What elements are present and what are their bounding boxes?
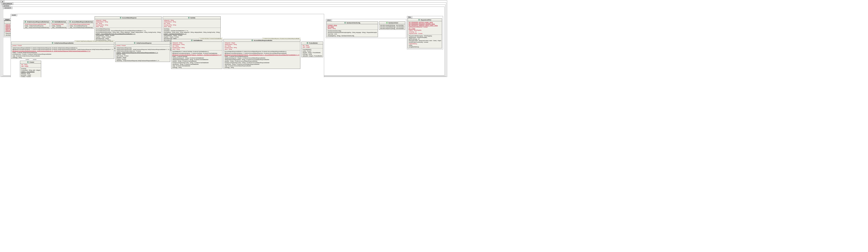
member-row: builder() : EanData.EanDataBuilder<?, ?>	[163, 33, 220, 35]
member-row: categoryName(categoryName : String) : B …	[224, 59, 300, 60]
class-ProductBuilder: CProductBuilder ean : String valid : Int…	[301, 41, 323, 57]
generic-note: C extends VerifyChecksumResponse, B exte…	[74, 40, 115, 42]
member-row: builder() : AccountStatusResponse.Accoun…	[95, 33, 161, 35]
member-row: getValid() : Integer	[116, 57, 169, 58]
class-title: AccountStatusResponseBuilderImpl	[72, 21, 93, 23]
member-row: self() : B extends EanDataBuilder	[172, 65, 221, 66]
member-row: self() : B extends VerifyChecksumRespons…	[12, 55, 113, 57]
class-title: EanSearchClientConfig	[347, 22, 360, 24]
member-row: toString() : String	[172, 66, 221, 68]
class-VerifyChecksumResponseBuilderImpl: CVerifyChecksumResponseBuilderImpl Verif…	[24, 20, 50, 29]
member-row: categoryName : String	[172, 44, 221, 45]
member-row: toString() : String	[302, 53, 322, 55]
member-row: issuingCountry : String	[224, 47, 300, 48]
class-EanSearchClient: IEanSearchClient barcodeLookupEAN(String…	[379, 21, 405, 30]
member-row: unregisterMetrics()	[408, 46, 441, 48]
package-filter-label: filter	[407, 16, 412, 18]
member-row: $fillValuesFromInstance(instance : C ext…	[172, 53, 221, 54]
class-icon: C	[52, 21, 54, 23]
member-row: reset()	[408, 45, 441, 46]
member-row: toBuilder() : VerifyChecksumResponse.Ver…	[116, 60, 169, 61]
class-title: VerifyChecksumResponseBuilderImpl	[27, 21, 49, 23]
member-row: EanDataBuilderImpl()	[52, 24, 66, 25]
member-row: categoryId(categoryId : String) : B exte…	[172, 57, 221, 59]
member-row: EanData(b : EanData.EanDataBuilder<?, ?>…	[163, 30, 220, 31]
member-row: registry : MeterRegistry	[408, 29, 441, 31]
member-row: valid : Integer	[21, 65, 40, 67]
class-title: AccountStatusResponse	[122, 17, 136, 19]
member-row: canEqual(other : Object) : boolean	[163, 35, 220, 36]
methods: VerifyChecksumResponse() VerifyChecksumR…	[116, 47, 170, 62]
class-title: RequestLimitFilter	[421, 19, 431, 21]
member-row: build() : Product	[302, 50, 322, 52]
member-row: equals(o : Object) : boolean	[163, 36, 220, 38]
class-title: VerifyChecksumResponseBuilder	[54, 43, 73, 44]
member-row: ean : String	[224, 45, 300, 47]
member-row: ean : String	[21, 64, 40, 65]
methods: RequestLimitFilter(registry : MeterRegis…	[408, 35, 442, 48]
class-icon: C	[251, 39, 253, 41]
member-row: self() : B extends AccountStatusResponse…	[224, 65, 300, 66]
fields: product : Product	[11, 44, 114, 47]
member-row: build() : C extends EanData	[172, 56, 221, 57]
member-row: product(product : Product) : B extends V…	[12, 53, 113, 55]
member-row: logLevel() : Level	[328, 33, 377, 35]
class-EanDataBuilder: C extends EanData, B extends EanDataBuil…	[171, 39, 222, 69]
methods: AccountStatusResponseBuilderImpl() build…	[69, 23, 93, 29]
member-row: AccountStatusResponseBuilder<C extends A…	[224, 51, 300, 52]
class-title: Product	[30, 61, 34, 63]
member-row: ean : String	[163, 23, 220, 24]
methods: EanDataBuilderImpl() build() : EanData s…	[51, 23, 67, 29]
member-row: self() : VerifyChecksumResponseBuilderIm…	[25, 27, 49, 28]
package-services: services eansearch mapper	[2, 4, 445, 76]
package-model-label: model	[10, 14, 17, 16]
member-row: EanData(ean : String, name : String, cat…	[163, 31, 220, 33]
member-row: issuingCountry(issuingCountry : String) …	[172, 62, 221, 63]
member-row: getProduct() : Product	[116, 55, 169, 57]
member-row: $fillValuesFromInstanceIntoBuilder(insta…	[172, 54, 221, 56]
fields: ean : String valid : Integer	[20, 63, 41, 67]
member-row: apply(request : RequestTemplate)	[408, 37, 441, 38]
member-row: getCategoryId() : Integer	[95, 38, 161, 39]
member-row: barcodeLookupEAN(String) : Set<EanData>	[380, 25, 404, 26]
member-row: equals(o : Object) : boolean	[95, 36, 161, 38]
member-row: remaining : int	[408, 31, 441, 33]
member-row: categoryId : Integer	[224, 42, 300, 44]
class-AccountStatusResponseBuilder: C extends AccountStatusResponse, B exten…	[223, 39, 300, 69]
member-row: Product()	[21, 68, 40, 69]
fields: categoryId : Integer categoryName : Stri…	[224, 42, 300, 51]
class-icon: C	[52, 42, 54, 44]
class-icon: C	[120, 17, 122, 19]
member-row: VerifyChecksumResponse(product : Product…	[116, 50, 169, 52]
member-row: getRemaining() : int	[408, 38, 441, 40]
fields: categoryId : Integer categoryName : Stri…	[95, 19, 161, 28]
member-row: RequestLimitFilter(registry : MeterRegis…	[408, 35, 441, 37]
member-row: build() : C extends VerifyChecksumRespon…	[12, 52, 113, 53]
member-row: AccountStatusResponse()	[95, 28, 161, 30]
class-icon: C	[344, 22, 346, 24]
member-row: isValid() : boolean	[116, 58, 169, 60]
package-kaiserpfalzedv: kaiserpfalzedv services eansearch mapper	[1, 2, 446, 77]
member-row: ean(ean : String) : B extends EanDataBui…	[172, 60, 221, 62]
class-icon: C	[188, 17, 190, 19]
package-eansearch-label: eansearch	[3, 7, 12, 9]
methods: Product() Product(ean : String, valid : …	[20, 67, 41, 77]
member-row: name : String	[172, 48, 221, 50]
member-row: toString() : String	[12, 57, 113, 58]
member-row: self() : EanDataBuilderImpl	[52, 27, 66, 28]
member-row: barcodeLookupUPC(String) : Set<EanData>	[380, 28, 404, 29]
class-icon: C	[191, 39, 193, 41]
member-row: name(name : String) : B extends AccountS…	[224, 63, 300, 65]
member-row: EanData()	[163, 28, 220, 30]
methods: VerifyChecksumResponseBuilder<C extends …	[11, 47, 114, 59]
member-row: categoryId : String	[163, 20, 220, 21]
member-row: $fillValuesFromInstanceIntoBuilder(insta…	[12, 50, 113, 52]
class-title: EanDataBuilder	[193, 40, 203, 41]
member-row: categoryId : Integer	[95, 20, 161, 21]
class-title: EanDataBuilderImpl	[55, 21, 66, 23]
member-row: eanSearchClientRequestInterceptor(apiKey…	[328, 32, 377, 33]
member-row: templat(apiKey : String) : EanSearchClie…	[328, 35, 377, 36]
class-title: AccountStatusResponseBuilder	[254, 40, 272, 41]
fields: API_REMAINING_METRICS_NAME : String API_…	[408, 21, 442, 35]
member-row: toString() : String	[224, 66, 300, 68]
